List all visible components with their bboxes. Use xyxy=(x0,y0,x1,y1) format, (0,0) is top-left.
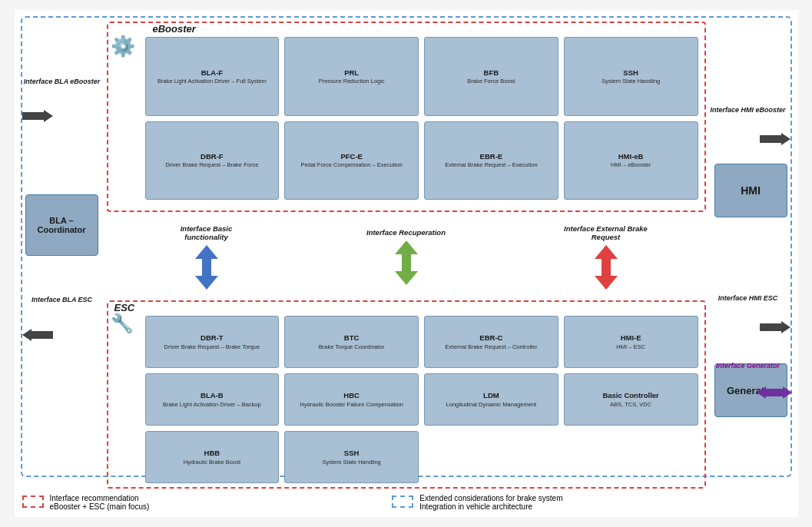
arrow-up-red xyxy=(595,245,618,259)
arrow-up-green xyxy=(395,240,418,254)
interface-bla-esc-label: Interface BLA ESC xyxy=(24,296,101,303)
arrowhead-hmi-ebooster xyxy=(781,133,790,145)
red-dashed-swatch xyxy=(22,496,44,508)
module-empty1 xyxy=(424,431,558,483)
arrow-body-bla-esc xyxy=(31,331,53,339)
module-ssh-esc: SSH System State Handling xyxy=(284,431,419,483)
module-pfc-e: PFC-E Pedal Force Compensation – Executi… xyxy=(284,121,419,201)
module-btc: BTC Brake Torque Coordinator xyxy=(284,316,419,368)
arrow-body-red xyxy=(602,259,611,276)
blue-dashed-swatch xyxy=(392,496,413,508)
module-bfb: BFB Brake Force Boost xyxy=(424,37,558,116)
interface-hmi-esc-label: Interface HMI ESC xyxy=(710,294,787,302)
diagram-container: eBooster ⚙️ BLA-F Brake Light Activation… xyxy=(15,10,798,517)
arrowhead-generator-right xyxy=(783,386,792,399)
interface-area: Interface Basic functionality Interface … xyxy=(107,214,706,300)
arrow-down-green xyxy=(395,271,418,285)
ebooster-title: eBooster xyxy=(153,23,196,35)
interface-recuperation: Interface Recuperation xyxy=(360,228,452,285)
arrow-body-generator xyxy=(766,389,783,396)
legend-red-dashed: Interface recommendation eBooster + ESC … xyxy=(22,494,150,511)
module-ldm: LDM Longitudinal Dynamic Management xyxy=(424,373,558,426)
arrowhead-bla-esc-left xyxy=(22,329,31,341)
module-hmi-e: HMI-E HMI – ESC xyxy=(564,316,698,368)
esc-title: ESC xyxy=(114,302,135,313)
interface-hmi-ebooster-label: Interface HMI eBooster xyxy=(710,106,787,114)
blue-swatch-box xyxy=(392,496,413,508)
module-bla-f: BLA-F Brake Light Activation Driver – Fu… xyxy=(145,37,280,116)
ebooster-modules-grid: BLA-F Brake Light Activation Driver – Fu… xyxy=(145,37,698,200)
bla-coordinator-box: BLA – Coordinator xyxy=(25,194,98,256)
arrow-hmi-ebooster xyxy=(760,133,790,145)
arrow-hmi-esc xyxy=(760,321,790,333)
arrow-down-red xyxy=(595,276,618,290)
module-hbc: HBC Hydraulic Booster Failure Compensati… xyxy=(284,373,419,426)
module-bla-b: BLA-B Brake Light Activation Driver – Ba… xyxy=(145,373,280,426)
arrow-up-blue xyxy=(195,245,218,259)
arrow-generator xyxy=(757,386,792,399)
arrowhead-bla-ebooster xyxy=(44,110,53,122)
module-ebr-e: EBR-E External Brake Request – Execution xyxy=(424,121,558,201)
module-basic-controller: Basic Controller ABS, TCS, VDC xyxy=(564,373,698,426)
hmi-box: HMI xyxy=(714,164,787,217)
green-double-arrow xyxy=(395,240,418,285)
ebooster-icon: ⚙️ xyxy=(111,35,135,58)
esc-modules-grid: DBR-T Driver Brake Request – Brake Torqu… xyxy=(145,316,698,483)
arrowhead-hmi-esc xyxy=(781,321,790,333)
module-ssh-eb: SSH System State Handling xyxy=(564,37,698,116)
arrow-bla-esc xyxy=(22,329,53,341)
interface-external-brake-request: Interface External Brake Request xyxy=(560,224,652,290)
arrow-down-blue xyxy=(195,276,218,290)
legend-blue-dashed: Extended considerations for brake system… xyxy=(392,494,562,511)
arrow-body-hmi-ebooster xyxy=(760,135,781,143)
arrow-body-bla-ebooster xyxy=(22,112,44,120)
red-swatch-box xyxy=(22,496,44,508)
blue-double-arrow xyxy=(195,245,218,290)
module-prl: PRL Pressure Reduction Logic xyxy=(284,37,419,116)
module-ebr-c: EBR-C External Brake Request – Controlle… xyxy=(424,316,558,368)
module-empty2 xyxy=(564,431,698,483)
interface-bla-ebooster-label: Interface BLA eBooster xyxy=(24,78,101,85)
module-hbb: HBB Hydraulic Brake Boost xyxy=(145,431,280,483)
esc-icon: 🔧 xyxy=(111,313,134,334)
arrow-body-blue xyxy=(202,259,211,276)
module-hmi-eb: HMI-eB HMI – eBooster xyxy=(564,121,698,201)
interface-basic-functionality: Interface Basic functionality xyxy=(161,224,253,290)
red-double-arrow xyxy=(595,245,618,290)
arrow-bla-ebooster xyxy=(22,110,53,122)
arrowhead-generator-left xyxy=(757,386,766,399)
arrow-body-hmi-esc xyxy=(760,323,781,331)
legend-red-text: Interface recommendation eBooster + ESC … xyxy=(50,494,150,511)
arrow-body-green xyxy=(402,254,411,271)
legend-section: Interface recommendation eBooster + ESC … xyxy=(22,494,790,511)
module-dbr-f: DBR-F Driver Brake Request – Brake Force xyxy=(145,121,280,201)
module-dbr-t: DBR-T Driver Brake Request – Brake Torqu… xyxy=(145,316,280,368)
interface-generator-label: Interface Generator xyxy=(710,362,787,370)
legend-blue-text: Extended considerations for brake system… xyxy=(419,494,562,511)
